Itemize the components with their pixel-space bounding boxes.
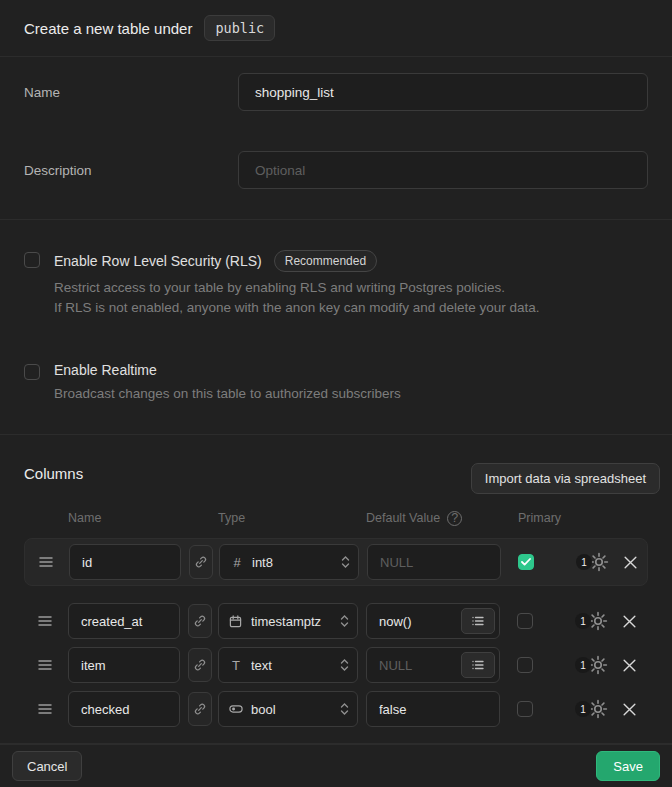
column-settings-button[interactable]: 1 [575, 655, 608, 675]
default-value-help-icon[interactable]: ? [447, 511, 462, 526]
dialog-title: Create a new table under [24, 20, 192, 37]
schema-badge: public [204, 15, 275, 41]
primary-checkbox[interactable] [517, 701, 533, 717]
create-table-dialog: Create a new table under public Name Des… [0, 0, 672, 787]
column-name-input[interactable] [68, 647, 180, 683]
settings-count-badge: 1 [575, 657, 591, 673]
column-row-id: # int8 1 [24, 538, 648, 586]
drag-handle-icon[interactable] [38, 615, 52, 627]
default-suggestions-icon[interactable] [461, 608, 495, 634]
foreign-key-link-icon[interactable] [188, 692, 212, 726]
settings-count-badge: 1 [576, 554, 592, 570]
description-label: Description [24, 151, 238, 189]
dialog-header: Create a new table under public [0, 0, 672, 57]
settings-count-badge: 1 [575, 613, 591, 629]
column-name-input[interactable] [69, 544, 181, 580]
rls-checkbox[interactable] [24, 252, 40, 268]
column-header-primary: Primary [518, 511, 561, 525]
drag-handle-icon[interactable] [38, 703, 52, 715]
toggles-section: Enable Row Level Security (RLS) Recommen… [0, 220, 672, 435]
delete-column-icon[interactable] [621, 553, 640, 572]
table-name-input[interactable] [238, 73, 648, 111]
settings-count-badge: 1 [575, 701, 591, 717]
table-description-input[interactable] [238, 151, 648, 189]
columns-header-row: Name Type Default Value ? Primary [24, 508, 648, 528]
gear-icon [588, 611, 608, 631]
rls-description-line2: If RLS is not enabled, anyone with the a… [54, 298, 540, 318]
realtime-checkbox[interactable] [24, 364, 40, 380]
primary-checkbox[interactable] [517, 613, 533, 629]
chevron-updown-icon [340, 658, 349, 672]
delete-column-icon[interactable] [620, 700, 639, 719]
foreign-key-link-icon[interactable] [188, 648, 212, 682]
drag-handle-icon[interactable] [38, 659, 52, 671]
realtime-description: Broadcast changes on this table to autho… [54, 384, 401, 404]
column-default-input[interactable] [367, 544, 501, 580]
columns-section: Columns Import data via spreadsheet Name… [0, 435, 672, 744]
primary-checkbox[interactable] [517, 657, 533, 673]
column-settings-button[interactable]: 1 [575, 611, 608, 631]
delete-column-icon[interactable] [620, 612, 639, 631]
fields-section: Name Description [0, 57, 672, 220]
cancel-button[interactable]: Cancel [12, 751, 82, 781]
import-spreadsheet-button[interactable]: Import data via spreadsheet [471, 463, 660, 494]
column-row-item: T text 1 [24, 647, 648, 683]
realtime-label: Enable Realtime [54, 362, 157, 378]
column-type-select[interactable]: bool [218, 691, 358, 727]
primary-checkbox[interactable] [518, 554, 534, 570]
recommended-badge: Recommended [274, 250, 377, 272]
foreign-key-link-icon[interactable] [189, 545, 213, 579]
text-icon: T [229, 658, 243, 673]
hash-icon: # [230, 555, 244, 570]
drag-handle-icon[interactable] [39, 556, 53, 568]
column-name-input[interactable] [68, 603, 180, 639]
save-button[interactable]: Save [596, 751, 660, 781]
gear-icon [589, 552, 609, 572]
default-suggestions-icon[interactable] [461, 652, 495, 678]
column-type-select[interactable]: # int8 [219, 544, 359, 580]
realtime-toggle-group: Enable Realtime Broadcast changes on thi… [24, 362, 648, 404]
dialog-footer: Cancel Save [0, 744, 672, 787]
column-row-checked: bool 1 [24, 691, 648, 727]
column-header-type: Type [218, 511, 366, 525]
chevron-updown-icon [341, 555, 350, 569]
name-label: Name [24, 73, 238, 111]
delete-column-icon[interactable] [620, 656, 639, 675]
column-type-select[interactable]: T text [218, 647, 358, 683]
column-settings-button[interactable]: 1 [575, 699, 608, 719]
rls-description-line1: Restrict access to your table by enablin… [54, 278, 540, 298]
column-name-input[interactable] [68, 691, 180, 727]
description-field-row: Description [24, 151, 648, 189]
column-header-default: Default Value [366, 511, 440, 525]
gear-icon [588, 699, 608, 719]
gear-icon [588, 655, 608, 675]
toggle-icon [229, 702, 243, 716]
foreign-key-link-icon[interactable] [188, 604, 212, 638]
rls-label: Enable Row Level Security (RLS) [54, 253, 262, 269]
calendar-icon [229, 615, 243, 628]
column-row-created-at: timestamptz 1 [24, 603, 648, 639]
name-field-row: Name [24, 73, 648, 111]
chevron-updown-icon [340, 614, 349, 628]
column-settings-button[interactable]: 1 [576, 552, 609, 572]
column-default-input[interactable] [366, 691, 500, 727]
column-header-name: Name [68, 511, 218, 525]
chevron-updown-icon [340, 702, 349, 716]
column-type-select[interactable]: timestamptz [218, 603, 358, 639]
rls-toggle-group: Enable Row Level Security (RLS) Recommen… [24, 250, 648, 318]
